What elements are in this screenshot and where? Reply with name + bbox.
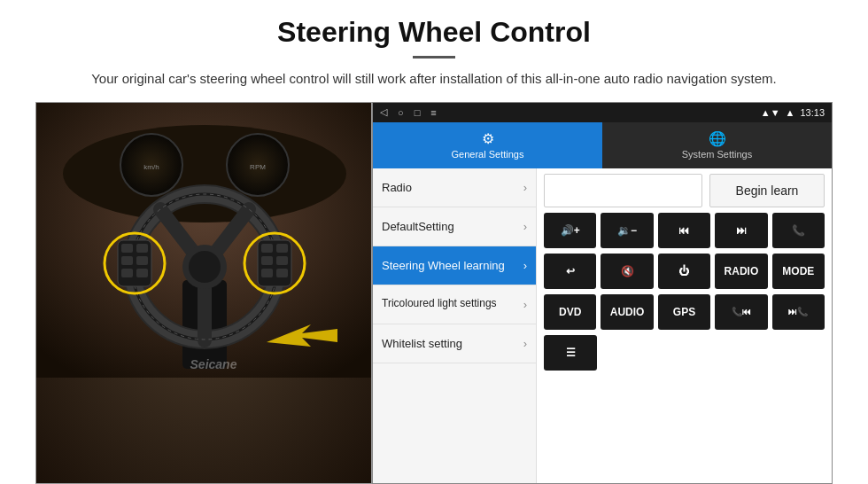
prev-button[interactable]: ⏮ xyxy=(658,213,710,248)
tab-bar: ⚙ General Settings 🌐 System Settings xyxy=(373,122,832,168)
tab-general-label: General Settings xyxy=(452,149,524,160)
menu-item-whitelist[interactable]: Whitelist setting › xyxy=(373,324,536,363)
button-grid-row2: ↩ 🔇 ⏻ RADIO MODE xyxy=(544,254,825,289)
chevron-icon: › xyxy=(523,259,527,272)
menu-button[interactable]: ☰ xyxy=(544,335,597,371)
power-button[interactable]: ⏻ xyxy=(658,254,710,289)
steering-input[interactable] xyxy=(544,174,702,207)
svg-rect-26 xyxy=(261,256,273,265)
right-panel: Begin learn 🔊+ 🔉− ⏮ ⏭ 📞 ↩ 🔇 ⏻ xyxy=(537,168,832,484)
call-button[interactable]: 📞 xyxy=(772,213,825,248)
svg-text:km/h: km/h xyxy=(143,163,159,171)
svg-text:Seicane: Seicane xyxy=(190,357,237,371)
time-display: 13:13 xyxy=(800,107,825,118)
signal-icon: ▲▼ xyxy=(761,107,780,118)
menu-item-tricoloured[interactable]: Tricoloured light settings › xyxy=(373,285,536,324)
svg-text:RPM: RPM xyxy=(250,163,266,171)
mute-button[interactable]: 🔇 xyxy=(601,254,653,289)
svg-rect-17 xyxy=(121,244,133,253)
recent-nav-icon[interactable]: □ xyxy=(415,107,421,118)
general-settings-icon: ⚙ xyxy=(482,130,494,147)
title-divider xyxy=(413,56,455,59)
svg-rect-21 xyxy=(121,269,133,277)
svg-rect-29 xyxy=(276,269,288,277)
gps-button[interactable]: GPS xyxy=(658,294,710,330)
chevron-icon: › xyxy=(523,181,527,194)
radio-button[interactable]: RADIO xyxy=(715,254,767,289)
svg-point-14 xyxy=(189,251,221,283)
svg-rect-18 xyxy=(136,244,148,253)
tab-system-label: System Settings xyxy=(682,149,752,160)
svg-rect-22 xyxy=(136,269,148,277)
button-grid-row1: 🔊+ 🔉− ⏮ ⏭ 📞 xyxy=(544,213,825,248)
android-ui: ◁ ○ □ ≡ ▲▼ ▲ 13:13 ⚙ General Settings xyxy=(372,102,833,485)
wifi-icon: ▲ xyxy=(786,107,795,118)
svg-rect-27 xyxy=(276,256,288,265)
audio-button[interactable]: AUDIO xyxy=(601,294,653,330)
menu-item-default[interactable]: DefaultSetting › xyxy=(373,207,536,246)
dvd-button[interactable]: DVD xyxy=(544,294,596,330)
svg-rect-19 xyxy=(121,256,133,265)
svg-rect-28 xyxy=(261,269,273,277)
tab-general[interactable]: ⚙ General Settings xyxy=(373,122,602,168)
chevron-icon: › xyxy=(523,337,527,350)
svg-rect-25 xyxy=(276,244,288,253)
chevron-icon: › xyxy=(523,298,527,311)
begin-learn-row: Begin learn xyxy=(544,174,825,207)
button-grid-row4: ☰ xyxy=(544,335,825,371)
call-prev-button[interactable]: 📞⏮ xyxy=(715,294,767,330)
svg-rect-24 xyxy=(261,244,273,253)
page-title: Steering Wheel Control xyxy=(277,16,591,49)
svg-point-1 xyxy=(63,125,346,222)
status-right: ▲▼ ▲ 13:13 xyxy=(761,107,825,118)
menu-item-radio[interactable]: Radio › xyxy=(373,168,536,207)
home-nav-icon[interactable]: ○ xyxy=(398,107,404,118)
button-grid-row3: DVD AUDIO GPS 📞⏮ ⏭📞 xyxy=(544,294,825,330)
back-nav-icon[interactable]: ◁ xyxy=(380,106,387,118)
tab-system[interactable]: 🌐 System Settings xyxy=(602,122,832,168)
call-next-button[interactable]: ⏭📞 xyxy=(772,294,825,330)
menu-item-steering[interactable]: Steering Wheel learning › xyxy=(373,246,536,285)
car-image: km/h RPM xyxy=(35,102,372,485)
mode-button[interactable]: MODE xyxy=(772,254,825,289)
page-subtitle: Your original car's steering wheel contr… xyxy=(91,69,777,90)
status-bar: ◁ ○ □ ≡ ▲▼ ▲ 13:13 xyxy=(373,103,832,122)
vol-down-button[interactable]: 🔉− xyxy=(601,213,653,248)
vol-up-button[interactable]: 🔊+ xyxy=(544,213,596,248)
nav-buttons: ◁ ○ □ ≡ xyxy=(380,106,437,118)
system-settings-icon: 🌐 xyxy=(709,130,726,147)
svg-rect-20 xyxy=(136,256,148,265)
main-area: Radio › DefaultSetting › Steering Wheel … xyxy=(373,168,832,484)
menu-nav-icon[interactable]: ≡ xyxy=(430,107,436,118)
chevron-icon: › xyxy=(523,220,527,233)
back-button[interactable]: ↩ xyxy=(544,254,596,289)
next-button[interactable]: ⏭ xyxy=(715,213,767,248)
menu-list: Radio › DefaultSetting › Steering Wheel … xyxy=(373,168,537,484)
begin-learn-button[interactable]: Begin learn xyxy=(709,174,825,207)
